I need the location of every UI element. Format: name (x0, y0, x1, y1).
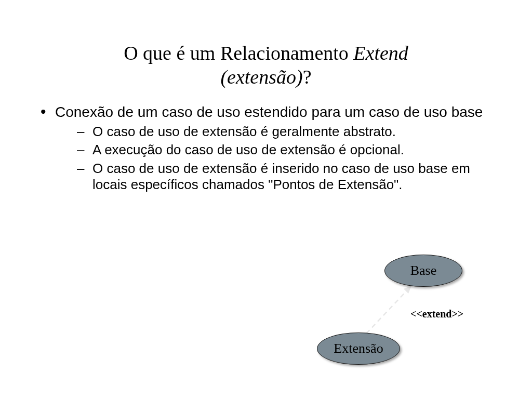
slide-title: O que é um Relacionamento Extend (extens… (26, 42, 506, 89)
svg-line-0 (366, 286, 411, 334)
extension-use-case: Extensão (317, 332, 400, 365)
sub-bullet-2: A execução do caso de uso de extensão é … (77, 142, 506, 158)
title-prefix: O que é um Relacionamento (124, 42, 353, 64)
bullet-text-1: Conexão de um caso de uso estendido para… (55, 104, 483, 120)
extension-label: Extensão (334, 341, 383, 356)
svg-marker-1 (404, 286, 411, 294)
base-label: Base (410, 263, 437, 278)
title-italic-2: (extensão) (220, 66, 302, 88)
sub-bullet-1: O caso de uso de extensão é geralmente a… (77, 124, 506, 140)
title-suffix: ? (303, 66, 312, 88)
title-italic-1: Extend (353, 42, 408, 64)
base-use-case: Base (384, 255, 462, 287)
bullet-item-1: Conexão de um caso de uso estendido para… (41, 103, 506, 193)
sub-bullet-3: O caso de uso de extensão é inserido no … (77, 161, 506, 193)
sub-bullet-list: O caso de uso de extensão é geralmente a… (55, 124, 506, 193)
slide-content: O que é um Relacionamento Extend (extens… (0, 0, 532, 193)
extend-stereotype: <<extend>> (410, 308, 463, 320)
bullet-list: Conexão de um caso de uso estendido para… (26, 103, 506, 193)
uml-diagram: Base Extensão <<extend>> (317, 255, 514, 379)
